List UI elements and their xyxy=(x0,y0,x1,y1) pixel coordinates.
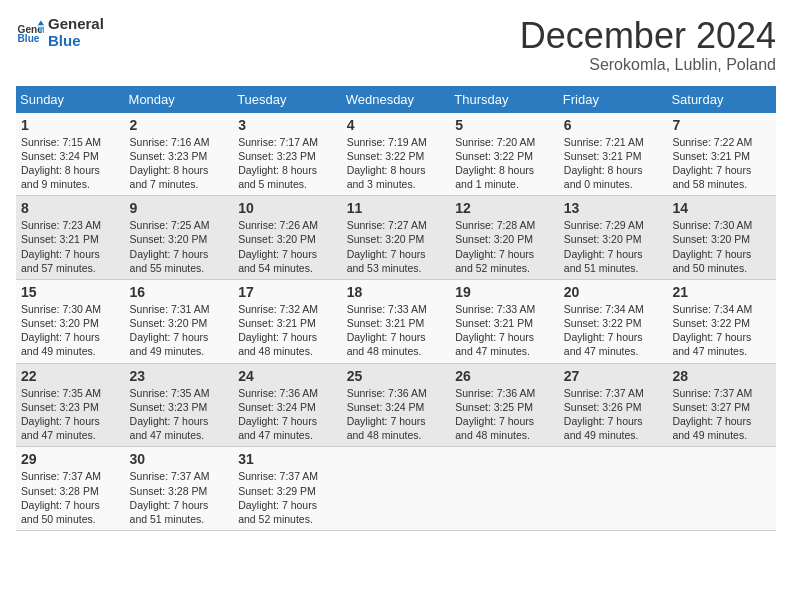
calendar-week-row: 22 Sunrise: 7:35 AM Sunset: 3:23 PM Dayl… xyxy=(16,363,776,447)
day-info: Sunrise: 7:36 AM Sunset: 3:25 PM Dayligh… xyxy=(455,386,554,443)
day-number: 2 xyxy=(130,117,229,133)
day-info: Sunrise: 7:37 AM Sunset: 3:27 PM Dayligh… xyxy=(672,386,771,443)
day-info: Sunrise: 7:36 AM Sunset: 3:24 PM Dayligh… xyxy=(238,386,337,443)
day-info: Sunrise: 7:27 AM Sunset: 3:20 PM Dayligh… xyxy=(347,218,446,275)
day-number: 12 xyxy=(455,200,554,216)
day-number: 23 xyxy=(130,368,229,384)
weekday-header-tuesday: Tuesday xyxy=(233,86,342,113)
calendar-table: SundayMondayTuesdayWednesdayThursdayFrid… xyxy=(16,86,776,531)
day-info: Sunrise: 7:30 AM Sunset: 3:20 PM Dayligh… xyxy=(21,302,120,359)
day-number: 30 xyxy=(130,451,229,467)
calendar-cell: 4 Sunrise: 7:19 AM Sunset: 3:22 PM Dayli… xyxy=(342,113,451,196)
weekday-header-row: SundayMondayTuesdayWednesdayThursdayFrid… xyxy=(16,86,776,113)
day-info: Sunrise: 7:34 AM Sunset: 3:22 PM Dayligh… xyxy=(672,302,771,359)
calendar-cell: 11 Sunrise: 7:27 AM Sunset: 3:20 PM Dayl… xyxy=(342,196,451,280)
day-number: 19 xyxy=(455,284,554,300)
day-number: 4 xyxy=(347,117,446,133)
day-number: 25 xyxy=(347,368,446,384)
calendar-cell: 12 Sunrise: 7:28 AM Sunset: 3:20 PM Dayl… xyxy=(450,196,559,280)
calendar-week-row: 1 Sunrise: 7:15 AM Sunset: 3:24 PM Dayli… xyxy=(16,113,776,196)
day-number: 3 xyxy=(238,117,337,133)
day-number: 16 xyxy=(130,284,229,300)
day-info: Sunrise: 7:17 AM Sunset: 3:23 PM Dayligh… xyxy=(238,135,337,192)
calendar-cell: 6 Sunrise: 7:21 AM Sunset: 3:21 PM Dayli… xyxy=(559,113,668,196)
day-number: 20 xyxy=(564,284,663,300)
day-info: Sunrise: 7:15 AM Sunset: 3:24 PM Dayligh… xyxy=(21,135,120,192)
calendar-cell: 30 Sunrise: 7:37 AM Sunset: 3:28 PM Dayl… xyxy=(125,447,234,531)
day-info: Sunrise: 7:25 AM Sunset: 3:20 PM Dayligh… xyxy=(130,218,229,275)
calendar-cell: 16 Sunrise: 7:31 AM Sunset: 3:20 PM Dayl… xyxy=(125,279,234,363)
calendar-cell: 14 Sunrise: 7:30 AM Sunset: 3:20 PM Dayl… xyxy=(667,196,776,280)
calendar-cell xyxy=(559,447,668,531)
svg-text:Blue: Blue xyxy=(18,33,40,44)
day-info: Sunrise: 7:36 AM Sunset: 3:24 PM Dayligh… xyxy=(347,386,446,443)
calendar-cell: 7 Sunrise: 7:22 AM Sunset: 3:21 PM Dayli… xyxy=(667,113,776,196)
calendar-cell xyxy=(450,447,559,531)
calendar-cell: 15 Sunrise: 7:30 AM Sunset: 3:20 PM Dayl… xyxy=(16,279,125,363)
calendar-cell: 21 Sunrise: 7:34 AM Sunset: 3:22 PM Dayl… xyxy=(667,279,776,363)
day-info: Sunrise: 7:37 AM Sunset: 3:28 PM Dayligh… xyxy=(130,469,229,526)
day-number: 7 xyxy=(672,117,771,133)
day-info: Sunrise: 7:16 AM Sunset: 3:23 PM Dayligh… xyxy=(130,135,229,192)
day-info: Sunrise: 7:19 AM Sunset: 3:22 PM Dayligh… xyxy=(347,135,446,192)
weekday-header-saturday: Saturday xyxy=(667,86,776,113)
weekday-header-monday: Monday xyxy=(125,86,234,113)
calendar-week-row: 29 Sunrise: 7:37 AM Sunset: 3:28 PM Dayl… xyxy=(16,447,776,531)
calendar-cell: 20 Sunrise: 7:34 AM Sunset: 3:22 PM Dayl… xyxy=(559,279,668,363)
calendar-cell xyxy=(667,447,776,531)
calendar-cell: 2 Sunrise: 7:16 AM Sunset: 3:23 PM Dayli… xyxy=(125,113,234,196)
title-section: December 2024 Serokomla, Lublin, Poland xyxy=(520,16,776,74)
day-info: Sunrise: 7:32 AM Sunset: 3:21 PM Dayligh… xyxy=(238,302,337,359)
day-number: 22 xyxy=(21,368,120,384)
day-number: 1 xyxy=(21,117,120,133)
day-info: Sunrise: 7:33 AM Sunset: 3:21 PM Dayligh… xyxy=(455,302,554,359)
month-title: December 2024 xyxy=(520,16,776,56)
day-number: 27 xyxy=(564,368,663,384)
calendar-week-row: 15 Sunrise: 7:30 AM Sunset: 3:20 PM Dayl… xyxy=(16,279,776,363)
calendar-cell: 8 Sunrise: 7:23 AM Sunset: 3:21 PM Dayli… xyxy=(16,196,125,280)
calendar-cell: 13 Sunrise: 7:29 AM Sunset: 3:20 PM Dayl… xyxy=(559,196,668,280)
calendar-cell: 10 Sunrise: 7:26 AM Sunset: 3:20 PM Dayl… xyxy=(233,196,342,280)
calendar-cell: 17 Sunrise: 7:32 AM Sunset: 3:21 PM Dayl… xyxy=(233,279,342,363)
logo: General Blue General Blue xyxy=(16,16,104,49)
day-number: 9 xyxy=(130,200,229,216)
calendar-cell: 18 Sunrise: 7:33 AM Sunset: 3:21 PM Dayl… xyxy=(342,279,451,363)
day-number: 26 xyxy=(455,368,554,384)
day-info: Sunrise: 7:31 AM Sunset: 3:20 PM Dayligh… xyxy=(130,302,229,359)
calendar-cell: 27 Sunrise: 7:37 AM Sunset: 3:26 PM Dayl… xyxy=(559,363,668,447)
weekday-header-friday: Friday xyxy=(559,86,668,113)
calendar-cell: 1 Sunrise: 7:15 AM Sunset: 3:24 PM Dayli… xyxy=(16,113,125,196)
logo-icon: General Blue xyxy=(16,19,44,47)
calendar-cell: 29 Sunrise: 7:37 AM Sunset: 3:28 PM Dayl… xyxy=(16,447,125,531)
day-info: Sunrise: 7:35 AM Sunset: 3:23 PM Dayligh… xyxy=(130,386,229,443)
day-number: 11 xyxy=(347,200,446,216)
day-info: Sunrise: 7:26 AM Sunset: 3:20 PM Dayligh… xyxy=(238,218,337,275)
day-number: 21 xyxy=(672,284,771,300)
calendar-cell: 9 Sunrise: 7:25 AM Sunset: 3:20 PM Dayli… xyxy=(125,196,234,280)
calendar-cell: 5 Sunrise: 7:20 AM Sunset: 3:22 PM Dayli… xyxy=(450,113,559,196)
day-number: 14 xyxy=(672,200,771,216)
calendar-cell: 26 Sunrise: 7:36 AM Sunset: 3:25 PM Dayl… xyxy=(450,363,559,447)
calendar-cell: 31 Sunrise: 7:37 AM Sunset: 3:29 PM Dayl… xyxy=(233,447,342,531)
calendar-week-row: 8 Sunrise: 7:23 AM Sunset: 3:21 PM Dayli… xyxy=(16,196,776,280)
day-number: 10 xyxy=(238,200,337,216)
day-number: 31 xyxy=(238,451,337,467)
day-number: 5 xyxy=(455,117,554,133)
calendar-cell xyxy=(342,447,451,531)
calendar-cell: 22 Sunrise: 7:35 AM Sunset: 3:23 PM Dayl… xyxy=(16,363,125,447)
calendar-cell: 3 Sunrise: 7:17 AM Sunset: 3:23 PM Dayli… xyxy=(233,113,342,196)
day-number: 6 xyxy=(564,117,663,133)
calendar-cell: 23 Sunrise: 7:35 AM Sunset: 3:23 PM Dayl… xyxy=(125,363,234,447)
day-info: Sunrise: 7:22 AM Sunset: 3:21 PM Dayligh… xyxy=(672,135,771,192)
day-number: 17 xyxy=(238,284,337,300)
day-info: Sunrise: 7:29 AM Sunset: 3:20 PM Dayligh… xyxy=(564,218,663,275)
day-number: 28 xyxy=(672,368,771,384)
calendar-cell: 28 Sunrise: 7:37 AM Sunset: 3:27 PM Dayl… xyxy=(667,363,776,447)
day-info: Sunrise: 7:34 AM Sunset: 3:22 PM Dayligh… xyxy=(564,302,663,359)
logo-text-blue: Blue xyxy=(48,33,104,50)
day-info: Sunrise: 7:21 AM Sunset: 3:21 PM Dayligh… xyxy=(564,135,663,192)
calendar-cell: 19 Sunrise: 7:33 AM Sunset: 3:21 PM Dayl… xyxy=(450,279,559,363)
day-info: Sunrise: 7:37 AM Sunset: 3:26 PM Dayligh… xyxy=(564,386,663,443)
day-number: 18 xyxy=(347,284,446,300)
day-number: 13 xyxy=(564,200,663,216)
